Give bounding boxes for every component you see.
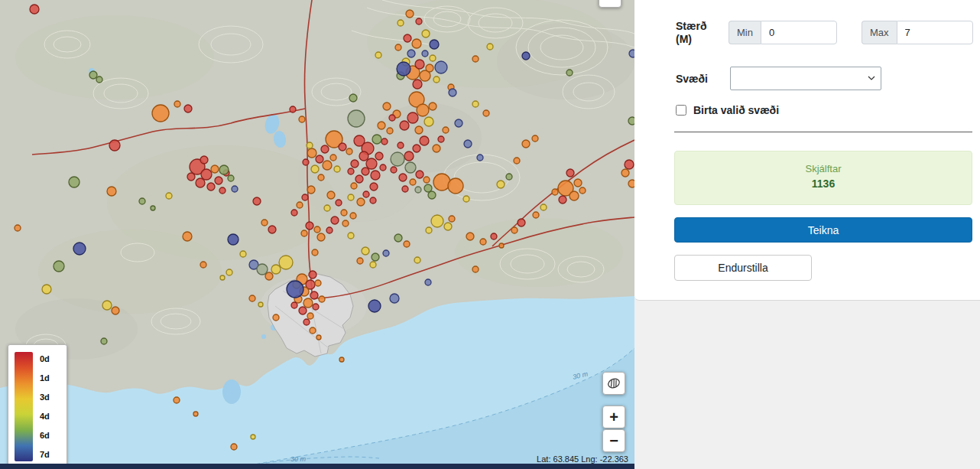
map[interactable]: 30 m 30 m bbox=[0, 0, 634, 469]
earthquake-marker[interactable] bbox=[219, 165, 229, 174]
earthquake-marker[interactable] bbox=[420, 136, 429, 145]
earthquake-marker[interactable] bbox=[321, 145, 329, 153]
earthquake-marker[interactable] bbox=[200, 156, 208, 164]
earthquake-marker[interactable] bbox=[566, 70, 573, 76]
earthquake-marker[interactable] bbox=[406, 10, 414, 18]
earthquake-marker[interactable] bbox=[299, 116, 305, 122]
earthquake-marker[interactable] bbox=[357, 198, 365, 206]
earthquake-marker[interactable] bbox=[497, 181, 505, 188]
earthquake-marker[interactable] bbox=[336, 200, 342, 206]
earthquake-marker[interactable] bbox=[533, 212, 539, 218]
earthquake-marker[interactable] bbox=[404, 241, 410, 247]
earthquake-marker[interactable] bbox=[297, 202, 303, 208]
earthquake-marker[interactable] bbox=[398, 20, 404, 26]
earthquake-marker[interactable] bbox=[215, 177, 222, 184]
earthquake-marker[interactable] bbox=[455, 119, 462, 127]
earthquake-marker[interactable] bbox=[317, 233, 325, 241]
earthquake-marker[interactable] bbox=[310, 291, 318, 299]
earthquake-marker[interactable] bbox=[431, 215, 443, 227]
earthquake-marker[interactable] bbox=[366, 158, 377, 169]
earthquake-marker[interactable] bbox=[201, 169, 212, 180]
earthquake-marker[interactable] bbox=[357, 258, 363, 264]
earthquake-marker[interactable] bbox=[625, 160, 634, 169]
earthquake-marker[interactable] bbox=[532, 135, 538, 142]
earthquake-marker[interactable] bbox=[151, 206, 155, 210]
earthquake-marker[interactable] bbox=[429, 103, 436, 110]
earthquake-marker[interactable] bbox=[349, 94, 357, 102]
map-canvas[interactable]: 30 m 30 m bbox=[0, 0, 634, 469]
earthquake-marker[interactable] bbox=[425, 279, 431, 285]
earthquake-marker[interactable] bbox=[220, 275, 225, 280]
earthquake-marker[interactable] bbox=[372, 135, 381, 144]
earthquake-marker[interactable] bbox=[231, 444, 237, 450]
earthquake-marker[interactable] bbox=[318, 174, 324, 181]
earthquake-marker[interactable] bbox=[346, 148, 352, 155]
earthquake-marker[interactable] bbox=[405, 162, 416, 173]
earthquake-marker[interactable] bbox=[331, 217, 339, 224]
earthquake-marker[interactable] bbox=[303, 298, 313, 308]
min-magnitude-input[interactable] bbox=[761, 21, 837, 44]
earthquake-marker[interactable] bbox=[428, 191, 436, 199]
earthquake-marker[interactable] bbox=[566, 169, 574, 177]
earthquake-marker[interactable] bbox=[443, 127, 449, 133]
draw-button[interactable]: Teikna bbox=[674, 217, 972, 243]
earthquake-marker[interactable] bbox=[307, 148, 316, 158]
earthquake-marker[interactable] bbox=[355, 175, 363, 183]
earthquake-marker[interactable] bbox=[540, 204, 547, 210]
earthquake-marker[interactable] bbox=[334, 166, 340, 172]
earthquake-marker[interactable] bbox=[410, 179, 416, 185]
earthquake-marker[interactable] bbox=[574, 179, 582, 187]
earthquake-marker[interactable] bbox=[251, 435, 255, 439]
earthquake-marker[interactable] bbox=[511, 227, 518, 233]
earthquake-marker[interactable] bbox=[628, 180, 634, 187]
earthquake-marker[interactable] bbox=[287, 281, 303, 298]
earthquake-marker[interactable] bbox=[268, 226, 276, 233]
earthquake-marker[interactable] bbox=[351, 160, 359, 168]
earthquake-marker[interactable] bbox=[315, 280, 321, 286]
area-select[interactable] bbox=[730, 67, 881, 90]
earthquake-marker[interactable] bbox=[372, 253, 379, 261]
earthquake-marker[interactable] bbox=[371, 171, 380, 180]
earthquake-marker[interactable] bbox=[314, 226, 320, 233]
earthquake-marker[interactable] bbox=[491, 233, 497, 239]
earthquake-marker[interactable] bbox=[426, 64, 433, 72]
earthquake-marker[interactable] bbox=[424, 117, 433, 126]
earthquake-marker[interactable] bbox=[73, 243, 86, 255]
earthquake-marker[interactable] bbox=[368, 300, 381, 312]
earthquake-marker[interactable] bbox=[417, 104, 429, 116]
earthquake-marker[interactable] bbox=[422, 50, 428, 57]
earthquake-marker[interactable] bbox=[228, 234, 239, 245]
earthquake-marker[interactable] bbox=[383, 250, 389, 256]
earthquake-marker[interactable] bbox=[232, 186, 238, 192]
earthquake-marker[interactable] bbox=[249, 295, 255, 301]
earthquake-marker[interactable] bbox=[522, 140, 530, 148]
earthquake-marker[interactable] bbox=[200, 262, 206, 268]
earthquake-marker[interactable] bbox=[326, 227, 333, 233]
earthquake-marker[interactable] bbox=[309, 271, 316, 278]
earthquake-marker[interactable] bbox=[291, 210, 297, 216]
earthquake-marker[interactable] bbox=[240, 251, 246, 257]
earthquake-marker[interactable] bbox=[207, 183, 215, 191]
earthquake-marker[interactable] bbox=[89, 71, 97, 79]
earthquake-marker[interactable] bbox=[415, 187, 421, 193]
earthquake-marker[interactable] bbox=[381, 138, 388, 145]
earthquake-marker[interactable] bbox=[187, 173, 195, 181]
earthquake-marker[interactable] bbox=[302, 194, 308, 200]
earthquake-marker[interactable] bbox=[107, 187, 116, 196]
earthquake-marker[interactable] bbox=[433, 77, 440, 83]
earthquake-marker[interactable] bbox=[389, 115, 395, 121]
earthquake-marker[interactable] bbox=[184, 105, 192, 112]
earthquake-marker[interactable] bbox=[362, 168, 369, 175]
earthquake-marker[interactable] bbox=[444, 223, 452, 230]
earthquake-marker[interactable] bbox=[404, 34, 411, 42]
earthquake-marker[interactable] bbox=[290, 106, 296, 112]
earthquake-marker[interactable] bbox=[506, 174, 512, 180]
earthquake-marker[interactable] bbox=[42, 285, 51, 294]
earthquake-marker[interactable] bbox=[430, 40, 439, 49]
earthquake-marker[interactable] bbox=[424, 184, 432, 192]
earthquake-marker[interactable] bbox=[69, 177, 80, 187]
zoom-in-button[interactable]: + bbox=[602, 405, 625, 428]
earthquake-marker[interactable] bbox=[413, 80, 422, 89]
earthquake-marker[interactable] bbox=[394, 234, 402, 242]
earthquake-marker[interactable] bbox=[472, 56, 479, 62]
